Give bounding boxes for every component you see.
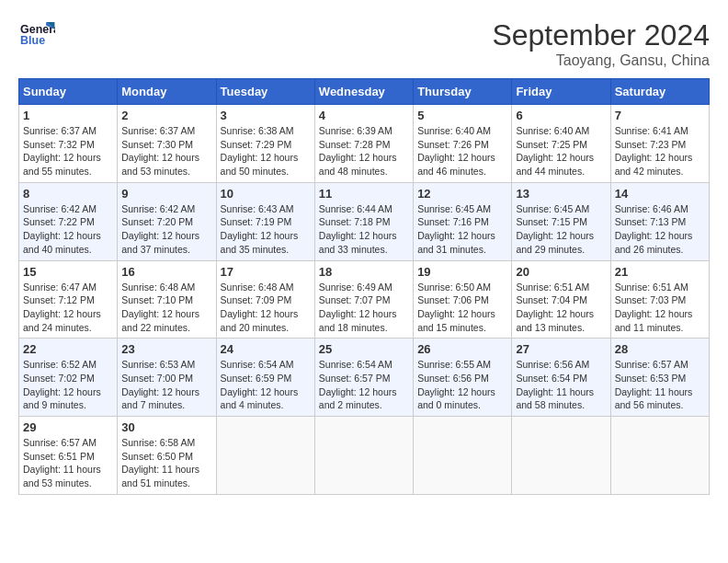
weekday-header-tuesday: Tuesday [216, 79, 314, 105]
header: General Blue September 2024 Taoyang, Gan… [18, 18, 710, 69]
calendar-cell: 23Sunrise: 6:53 AM Sunset: 7:00 PM Dayli… [118, 339, 216, 417]
calendar-cell: 14Sunrise: 6:46 AM Sunset: 7:13 PM Dayli… [610, 182, 709, 260]
day-info: Sunrise: 6:58 AM Sunset: 6:50 PM Dayligh… [121, 436, 211, 490]
calendar-cell: 4Sunrise: 6:39 AM Sunset: 7:28 PM Daylig… [314, 105, 413, 183]
day-number: 2 [121, 109, 211, 122]
day-info: Sunrise: 6:51 AM Sunset: 7:04 PM Dayligh… [516, 281, 606, 335]
calendar-cell: 22Sunrise: 6:52 AM Sunset: 7:02 PM Dayli… [19, 339, 118, 417]
calendar-week-4: 29Sunrise: 6:57 AM Sunset: 6:51 PM Dayli… [19, 417, 710, 495]
calendar-cell: 18Sunrise: 6:49 AM Sunset: 7:07 PM Dayli… [314, 260, 413, 339]
calendar-week-0: 1Sunrise: 6:37 AM Sunset: 7:32 PM Daylig… [19, 105, 710, 183]
weekday-header-friday: Friday [512, 79, 610, 105]
day-number: 4 [319, 109, 409, 122]
day-info: Sunrise: 6:55 AM Sunset: 6:56 PM Dayligh… [417, 358, 507, 412]
day-number: 28 [615, 342, 705, 356]
day-info: Sunrise: 6:44 AM Sunset: 7:18 PM Dayligh… [319, 202, 409, 257]
calendar-week-3: 22Sunrise: 6:52 AM Sunset: 7:02 PM Dayli… [19, 339, 710, 417]
day-number: 1 [23, 109, 113, 122]
day-info: Sunrise: 6:40 AM Sunset: 7:25 PM Dayligh… [516, 124, 606, 178]
calendar-cell: 29Sunrise: 6:57 AM Sunset: 6:51 PM Dayli… [19, 417, 118, 495]
calendar-cell: 17Sunrise: 6:48 AM Sunset: 7:09 PM Dayli… [216, 260, 314, 339]
calendar-cell: 5Sunrise: 6:40 AM Sunset: 7:26 PM Daylig… [414, 105, 512, 183]
weekday-header-wednesday: Wednesday [314, 79, 413, 105]
svg-text:Blue: Blue [20, 34, 45, 47]
day-number: 22 [23, 342, 113, 356]
weekday-header-thursday: Thursday [414, 79, 512, 105]
weekday-header-sunday: Sunday [19, 79, 118, 105]
day-info: Sunrise: 6:56 AM Sunset: 6:54 PM Dayligh… [516, 358, 606, 412]
day-number: 29 [23, 420, 113, 434]
day-info: Sunrise: 6:48 AM Sunset: 7:10 PM Dayligh… [121, 281, 211, 335]
day-info: Sunrise: 6:45 AM Sunset: 7:16 PM Dayligh… [417, 202, 507, 257]
calendar-cell [216, 417, 314, 495]
calendar-cell: 27Sunrise: 6:56 AM Sunset: 6:54 PM Dayli… [512, 339, 610, 417]
day-number: 11 [319, 187, 409, 201]
day-number: 6 [516, 109, 606, 122]
calendar-cell: 9Sunrise: 6:42 AM Sunset: 7:20 PM Daylig… [118, 182, 216, 260]
day-number: 12 [417, 187, 507, 201]
day-number: 30 [121, 420, 211, 434]
logo: General Blue [18, 18, 59, 51]
day-info: Sunrise: 6:41 AM Sunset: 7:23 PM Dayligh… [615, 124, 705, 178]
location-title: Taoyang, Gansu, China [492, 52, 710, 69]
day-number: 8 [23, 187, 113, 201]
day-info: Sunrise: 6:54 AM Sunset: 6:57 PM Dayligh… [319, 358, 409, 412]
calendar: SundayMondayTuesdayWednesdayThursdayFrid… [18, 78, 710, 495]
weekday-header-monday: Monday [118, 79, 216, 105]
day-info: Sunrise: 6:47 AM Sunset: 7:12 PM Dayligh… [23, 281, 113, 335]
title-area: September 2024 Taoyang, Gansu, China [492, 18, 710, 69]
day-info: Sunrise: 6:45 AM Sunset: 7:15 PM Dayligh… [516, 202, 606, 257]
calendar-cell: 16Sunrise: 6:48 AM Sunset: 7:10 PM Dayli… [118, 260, 216, 339]
day-number: 7 [615, 109, 705, 122]
weekday-header-saturday: Saturday [610, 79, 709, 105]
calendar-cell: 8Sunrise: 6:42 AM Sunset: 7:22 PM Daylig… [19, 182, 118, 260]
day-info: Sunrise: 6:54 AM Sunset: 6:59 PM Dayligh… [221, 358, 311, 412]
calendar-cell: 15Sunrise: 6:47 AM Sunset: 7:12 PM Dayli… [19, 260, 118, 339]
day-number: 27 [516, 342, 606, 356]
day-number: 13 [516, 187, 606, 201]
day-info: Sunrise: 6:37 AM Sunset: 7:30 PM Dayligh… [121, 124, 211, 178]
day-number: 17 [221, 265, 311, 279]
calendar-cell: 13Sunrise: 6:45 AM Sunset: 7:15 PM Dayli… [512, 182, 610, 260]
day-info: Sunrise: 6:48 AM Sunset: 7:09 PM Dayligh… [221, 281, 311, 335]
day-info: Sunrise: 6:46 AM Sunset: 7:13 PM Dayligh… [615, 202, 705, 257]
calendar-cell: 26Sunrise: 6:55 AM Sunset: 6:56 PM Dayli… [414, 339, 512, 417]
calendar-cell: 20Sunrise: 6:51 AM Sunset: 7:04 PM Dayli… [512, 260, 610, 339]
calendar-cell: 25Sunrise: 6:54 AM Sunset: 6:57 PM Dayli… [314, 339, 413, 417]
day-number: 10 [221, 187, 311, 201]
day-number: 15 [23, 265, 113, 279]
day-number: 21 [615, 265, 705, 279]
day-number: 20 [516, 265, 606, 279]
calendar-cell: 10Sunrise: 6:43 AM Sunset: 7:19 PM Dayli… [216, 182, 314, 260]
day-info: Sunrise: 6:37 AM Sunset: 7:32 PM Dayligh… [23, 124, 113, 178]
calendar-cell: 28Sunrise: 6:57 AM Sunset: 6:53 PM Dayli… [610, 339, 709, 417]
logo-icon: General Blue [18, 18, 55, 51]
day-info: Sunrise: 6:50 AM Sunset: 7:06 PM Dayligh… [417, 281, 507, 335]
day-info: Sunrise: 6:57 AM Sunset: 6:51 PM Dayligh… [23, 436, 113, 490]
calendar-cell [314, 417, 413, 495]
day-info: Sunrise: 6:57 AM Sunset: 6:53 PM Dayligh… [615, 358, 705, 412]
day-number: 16 [121, 265, 211, 279]
day-number: 24 [221, 342, 311, 356]
weekday-header-row: SundayMondayTuesdayWednesdayThursdayFrid… [19, 79, 710, 105]
day-info: Sunrise: 6:49 AM Sunset: 7:07 PM Dayligh… [319, 281, 409, 335]
day-info: Sunrise: 6:52 AM Sunset: 7:02 PM Dayligh… [23, 358, 113, 412]
month-title: September 2024 [492, 18, 710, 52]
day-number: 26 [417, 342, 507, 356]
day-number: 5 [417, 109, 507, 122]
calendar-cell: 3Sunrise: 6:38 AM Sunset: 7:29 PM Daylig… [216, 105, 314, 183]
day-number: 25 [319, 342, 409, 356]
calendar-cell: 24Sunrise: 6:54 AM Sunset: 6:59 PM Dayli… [216, 339, 314, 417]
calendar-cell: 30Sunrise: 6:58 AM Sunset: 6:50 PM Dayli… [118, 417, 216, 495]
day-number: 18 [319, 265, 409, 279]
calendar-week-1: 8Sunrise: 6:42 AM Sunset: 7:22 PM Daylig… [19, 182, 710, 260]
calendar-cell [414, 417, 512, 495]
day-number: 23 [121, 342, 211, 356]
day-info: Sunrise: 6:39 AM Sunset: 7:28 PM Dayligh… [319, 124, 409, 178]
day-number: 9 [121, 187, 211, 201]
day-number: 3 [221, 109, 311, 122]
day-info: Sunrise: 6:43 AM Sunset: 7:19 PM Dayligh… [221, 202, 311, 257]
day-info: Sunrise: 6:38 AM Sunset: 7:29 PM Dayligh… [221, 124, 311, 178]
calendar-cell: 2Sunrise: 6:37 AM Sunset: 7:30 PM Daylig… [118, 105, 216, 183]
day-info: Sunrise: 6:40 AM Sunset: 7:26 PM Dayligh… [417, 124, 507, 178]
